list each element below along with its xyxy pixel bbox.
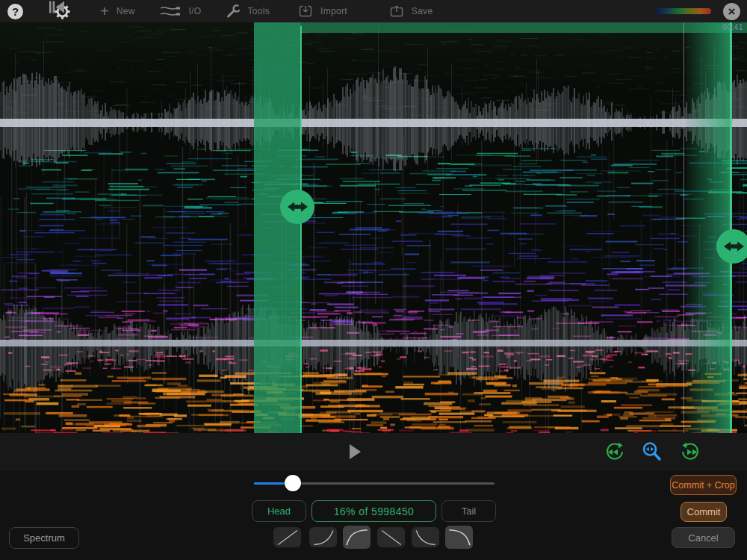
fade-tail-region[interactable] [686, 22, 731, 433]
fade-head-handle[interactable] [280, 190, 314, 224]
skip-to-start-icon [48, 0, 66, 14]
selection-top-bar [301, 22, 747, 33]
curve-exp-out-button[interactable] [412, 527, 439, 547]
close-icon: × [728, 5, 736, 18]
time-ruler-label: 00:41 [722, 23, 743, 31]
wrench-icon [226, 4, 241, 19]
zoom-selection-icon [642, 441, 662, 462]
curve-linear-in-button[interactable] [273, 527, 301, 547]
curve-linear-out-button[interactable] [377, 527, 405, 547]
nudge-selection-left-button[interactable] [604, 442, 624, 465]
io-cables-icon [159, 4, 182, 18]
skip-to-start-button[interactable] [48, 0, 66, 17]
zoom-to-selection-button[interactable] [642, 441, 662, 465]
tools-button[interactable]: Tools [226, 4, 270, 19]
fade-tail-handle[interactable] [716, 229, 747, 264]
rotate-left-arrows-icon [604, 442, 624, 462]
head-button[interactable]: Head [252, 500, 306, 522]
play-button[interactable] [348, 444, 362, 463]
slider-thumb[interactable] [285, 475, 301, 491]
linear-fade-out-icon [379, 529, 403, 547]
save-button[interactable]: Save [389, 4, 433, 18]
drag-horizontal-icon [288, 201, 308, 213]
play-icon [348, 444, 362, 460]
plus-icon: + [100, 4, 109, 19]
fade-amount-value[interactable]: 16% of 5998450 [311, 500, 436, 522]
colormap-gradient [656, 8, 711, 14]
linear-fade-in-icon [276, 529, 300, 547]
help-button[interactable]: ? [7, 4, 23, 19]
tail-label: Tail [462, 505, 477, 517]
spectrum-label: Spectrum [23, 532, 65, 544]
selection-left-edge[interactable] [300, 26, 302, 433]
cancel-button[interactable]: Cancel [672, 527, 735, 548]
commit-crop-button[interactable]: Commit + Crop [670, 475, 737, 495]
rotate-right-arrows-icon [681, 442, 701, 462]
fade-amount-slider[interactable] [254, 477, 495, 489]
save-label: Save [412, 6, 433, 16]
spectrogram-canvas[interactable] [0, 22, 747, 433]
io-button[interactable]: I/O [159, 4, 202, 18]
exponential-fade-in-icon [311, 529, 335, 547]
transport-bar [0, 433, 747, 470]
commit-button[interactable]: Commit [681, 502, 727, 522]
close-button[interactable]: × [723, 3, 740, 20]
commit-label: Commit [687, 506, 721, 517]
playhead-line [684, 22, 684, 433]
spectrogram-view: 00:41 [0, 22, 747, 433]
import-icon [298, 4, 313, 18]
help-icon: ? [12, 5, 19, 18]
save-icon [389, 4, 404, 18]
selection-right-edge[interactable] [730, 22, 732, 433]
fade-tool-panel: Head 16% of 5998450 Tail [0, 470, 747, 560]
drag-horizontal-icon [724, 240, 744, 252]
new-button[interactable]: + New [100, 4, 135, 19]
cancel-label: Cancel [688, 532, 718, 544]
top-toolbar: ? + New [0, 0, 747, 22]
fade-head-region[interactable] [254, 22, 301, 433]
curve-log-out-button[interactable] [445, 526, 473, 549]
import-button[interactable]: Import [298, 4, 347, 18]
curve-exp-in-button[interactable] [309, 527, 337, 547]
spectrum-mode-button[interactable]: Spectrum [9, 527, 79, 549]
commit-crop-label: Commit + Crop [672, 480, 734, 491]
logarithmic-fade-in-icon [344, 528, 370, 547]
new-label: New [117, 6, 135, 16]
nudge-selection-right-button[interactable] [681, 442, 701, 465]
audio-editor-window: ? + New [0, 0, 747, 560]
io-label: I/O [189, 6, 202, 16]
tools-label: Tools [248, 6, 270, 16]
logarithmic-fade-out-icon [447, 528, 472, 547]
fade-amount-text: 16% of 5998450 [334, 505, 415, 517]
tail-button[interactable]: Tail [441, 500, 496, 522]
exponential-fade-out-icon [414, 529, 438, 547]
head-label: Head [267, 505, 291, 517]
curve-log-in-button[interactable] [343, 526, 371, 549]
import-label: Import [320, 6, 347, 16]
